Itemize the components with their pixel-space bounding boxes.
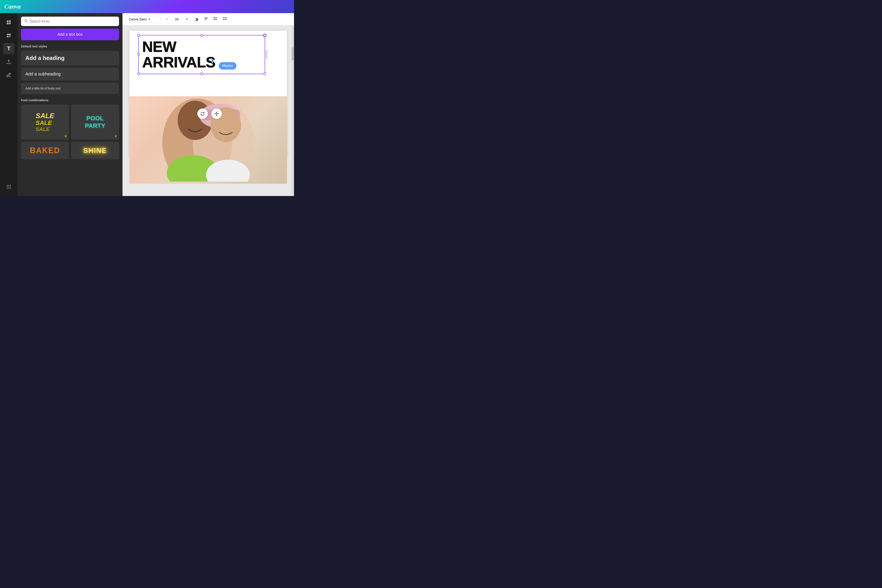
pool-party-combo-card[interactable]: POOL PARTY ♛ bbox=[71, 105, 119, 140]
font-name-label: Canva Sans bbox=[129, 17, 147, 21]
resize-handle-br[interactable] bbox=[263, 72, 266, 75]
svg-point-25 bbox=[214, 18, 214, 19]
resize-handle-ml[interactable] bbox=[137, 53, 140, 56]
canvas-action-icons bbox=[197, 108, 222, 119]
crown-badge-sale: ♛ bbox=[64, 134, 67, 138]
svg-rect-1 bbox=[9, 20, 11, 22]
svg-point-14 bbox=[7, 188, 8, 189]
default-styles-title: Default text styles bbox=[21, 45, 119, 48]
bullet-list-button[interactable] bbox=[212, 15, 220, 23]
scrollbar[interactable] bbox=[291, 26, 294, 196]
icon-bar: T bbox=[0, 13, 18, 196]
bullet-list-icon bbox=[213, 16, 218, 22]
bottom-combo-grid: BAKED SHINE bbox=[21, 142, 119, 159]
sale-line-1: SALE bbox=[36, 112, 54, 120]
font-dropdown-arrow: ▾ bbox=[148, 17, 150, 21]
sale-combo-card[interactable]: SALE SALE SALE ♛ bbox=[21, 105, 69, 140]
sidebar-item-apps[interactable] bbox=[3, 181, 14, 192]
svg-point-11 bbox=[7, 186, 8, 187]
baked-text: BAKED bbox=[30, 146, 60, 155]
sidebar-item-elements[interactable] bbox=[3, 30, 14, 41]
svg-point-16 bbox=[10, 188, 11, 189]
move-action-icon[interactable] bbox=[212, 108, 222, 119]
font-combinations-section: Font combinations SALE SALE SALE ♛ POOL … bbox=[21, 98, 119, 159]
sale-text-block: SALE SALE SALE bbox=[36, 112, 54, 132]
svg-point-12 bbox=[8, 186, 9, 187]
canvas-title-text[interactable]: NEWARRIVALS bbox=[142, 39, 261, 70]
font-size-value: 24 bbox=[172, 17, 181, 21]
svg-rect-2 bbox=[7, 22, 9, 24]
header: Canva bbox=[0, 0, 294, 13]
plus-icon: + bbox=[186, 17, 188, 21]
align-icon bbox=[204, 16, 208, 22]
resize-handle-mr[interactable] bbox=[266, 50, 268, 59]
svg-point-26 bbox=[214, 20, 214, 20]
search-input[interactable] bbox=[30, 20, 116, 23]
sidebar-item-upload[interactable] bbox=[3, 56, 14, 68]
text-icon: T bbox=[7, 45, 10, 52]
rotate-icon bbox=[200, 112, 205, 116]
move-icon bbox=[214, 112, 219, 116]
shine-text: SHINE bbox=[83, 147, 107, 154]
line-spacing-icon bbox=[223, 16, 228, 22]
body-style-item[interactable]: Add a little bit of body text bbox=[21, 82, 119, 94]
draw-icon bbox=[6, 72, 11, 77]
pool-line-1: POOL bbox=[85, 115, 105, 122]
search-bar[interactable] bbox=[21, 16, 119, 26]
svg-point-13 bbox=[10, 186, 11, 187]
canva-logo: Canva bbox=[4, 3, 21, 10]
sidebar-item-grid[interactable] bbox=[3, 16, 14, 28]
svg-rect-3 bbox=[9, 22, 11, 24]
crown-badge-pool: ♛ bbox=[114, 134, 117, 138]
sidebar-item-text[interactable]: T bbox=[3, 43, 14, 54]
search-icon bbox=[24, 19, 28, 24]
svg-point-4 bbox=[7, 34, 9, 35]
font-combo-grid: SALE SALE SALE ♛ POOL PARTY ♛ bbox=[21, 105, 119, 140]
pool-party-text: POOL PARTY bbox=[85, 115, 105, 129]
elements-icon bbox=[6, 33, 11, 38]
font-combinations-title: Font combinations bbox=[21, 98, 119, 102]
sale-line-3: SALE bbox=[36, 126, 54, 132]
baked-combo-card[interactable]: BAKED bbox=[21, 142, 69, 159]
resize-handle-bm[interactable] bbox=[200, 72, 203, 75]
canvas-document: NEWARRIVALS bbox=[129, 31, 287, 158]
scrollbar-thumb[interactable] bbox=[292, 47, 294, 60]
rotate-action-icon[interactable] bbox=[197, 108, 208, 119]
svg-rect-6 bbox=[7, 36, 9, 38]
svg-rect-5 bbox=[9, 34, 11, 35]
font-size-increase-button[interactable]: + bbox=[183, 15, 191, 23]
resize-handle-tl[interactable] bbox=[137, 34, 140, 37]
resize-handle-tr[interactable] bbox=[263, 34, 266, 37]
text-box-selected[interactable]: NEWARRIVALS bbox=[138, 35, 265, 74]
svg-point-9 bbox=[8, 185, 9, 186]
font-family-select[interactable]: Canva Sans ▾ bbox=[126, 16, 161, 23]
svg-point-17 bbox=[25, 20, 27, 22]
shine-combo-card[interactable]: SHINE bbox=[71, 142, 119, 159]
text-align-button[interactable] bbox=[202, 15, 210, 23]
canvas-area: NEWARRIVALS bbox=[123, 26, 294, 196]
text-panel: Add a text box Default text styles Add a… bbox=[18, 13, 123, 196]
svg-point-10 bbox=[10, 185, 11, 186]
text-color-icon: ◑ bbox=[195, 17, 198, 22]
pool-line-2: PARTY bbox=[85, 122, 105, 129]
svg-point-8 bbox=[7, 185, 8, 186]
add-textbox-button[interactable]: Add a text box bbox=[21, 28, 119, 40]
svg-point-24 bbox=[214, 17, 214, 18]
subheading-style-item[interactable]: Add a subheading bbox=[21, 68, 119, 81]
svg-rect-0 bbox=[7, 20, 9, 22]
minus-icon: − bbox=[166, 17, 168, 21]
font-size-decrease-button[interactable]: − bbox=[163, 15, 171, 23]
text-color-button[interactable]: ◑ bbox=[192, 15, 200, 23]
apps-icon bbox=[6, 184, 11, 189]
line-spacing-button[interactable] bbox=[221, 15, 229, 23]
svg-point-15 bbox=[8, 188, 9, 189]
upload-icon bbox=[6, 59, 11, 64]
heading-style-item[interactable]: Add a heading bbox=[21, 51, 119, 65]
svg-marker-7 bbox=[9, 36, 11, 37]
grid-icon bbox=[6, 20, 11, 25]
toolbar: Canva Sans ▾ − 24 + ◑ bbox=[123, 13, 294, 26]
sidebar-item-draw[interactable] bbox=[3, 69, 14, 81]
resize-handle-bl[interactable] bbox=[137, 72, 140, 75]
sale-line-2: SALE bbox=[36, 120, 54, 126]
resize-handle-tm[interactable] bbox=[200, 34, 203, 37]
